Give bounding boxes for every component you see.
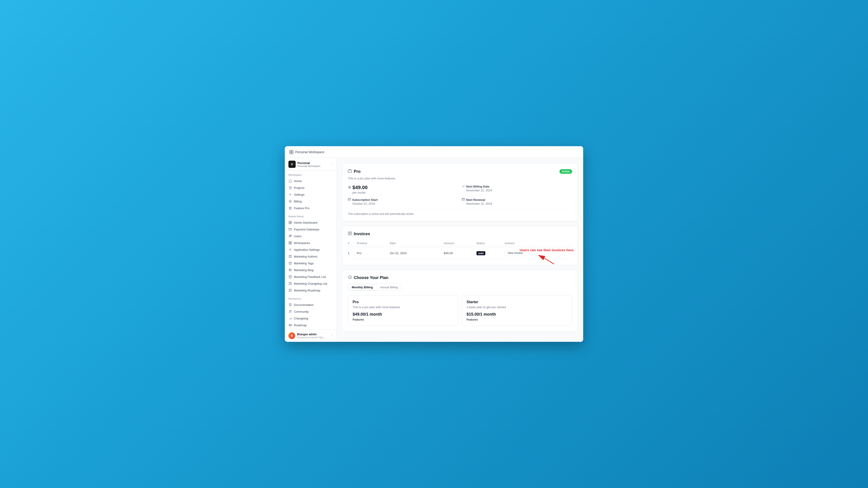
sidebar-item-marketing-blog[interactable]: Marketing Blog [285,267,337,273]
workspace-section-label: Workspace [285,173,337,177]
application-settings-icon [288,248,292,252]
feature-pro-label: Feature Pro [294,206,309,210]
users-label: Users [294,234,302,238]
user-menu[interactable]: B Bhargav admin bhargavponnapalli.5@g...… [285,329,337,342]
svg-rect-23 [289,283,291,285]
svg-rect-11 [290,223,291,224]
starter-plan-option: Starter A basic plan to get you started … [462,295,572,326]
workspace-switcher[interactable]: P Personal Personal Workspace ⌃ [285,158,337,171]
active-badge: Active [559,169,572,174]
roadmap-label: Roadmap [294,324,307,327]
user-email: bhargavponnapalli.5@g... [297,336,329,339]
svg-rect-27 [348,170,352,172]
svg-rect-24 [289,289,291,292]
sidebar-item-roadmap[interactable]: Roadmap [285,322,337,328]
sidebar-item-users[interactable]: Users [285,233,337,239]
annotation-arrow [534,253,556,265]
sidebar-item-settings[interactable]: Settings [285,191,337,198]
invoice-date: Oct 22, 2024 [390,247,444,259]
marketing-changelog-label: Marketing Changelog List [294,282,327,285]
per-month: per month [348,191,458,194]
plan-title: Pro [348,169,361,174]
changelog-label: Changelog [294,317,308,320]
admin-dashboard-icon [288,221,292,224]
svg-point-26 [291,311,291,311]
billing-label: Billing [294,200,302,203]
home-label: Home [294,180,302,183]
sidebar-item-marketing-changelog[interactable]: Marketing Changelog List [285,280,337,287]
sidebar-item-workspaces[interactable]: Workspaces [285,239,337,246]
annual-billing-tab[interactable]: Annual Billing [376,284,401,291]
marketing-tags-label: Marketing Tags [294,262,314,265]
refresh-icon [462,185,465,188]
col-status: Status [476,240,504,247]
main-layout: P Personal Personal Workspace ⌃ Workspac… [285,158,583,342]
choose-plan-icon [348,275,352,280]
col-number: # [348,240,357,247]
admin-section-label: Admin Panel [285,215,337,219]
svg-rect-8 [289,221,290,222]
next-renewal-value: November 22, 2024 [462,202,572,205]
settings-label: Settings [294,193,305,196]
billing-tabs: Monthly Billing Annual Billing [348,284,402,291]
sidebar-item-community[interactable]: Community [285,308,337,315]
application-settings-label: Application Settings [294,248,320,252]
marketing-blog-label: Marketing Blog [294,268,313,272]
invoice-number: 1 [348,247,357,259]
sidebar-item-marketing-tags[interactable]: Marketing Tags [285,260,337,267]
sidebar-item-marketing-feedback[interactable]: Marketing Feedback List [285,273,337,280]
pro-plan-price: $49.00/1 month [352,312,454,317]
invoices-card: Invoices # Product Date Amount Status Ac… [342,226,578,265]
sidebar-item-projects[interactable]: Projects [285,184,337,191]
sidebar-item-application-settings[interactable]: Application Settings [285,246,337,253]
sidebar-item-marketing-roadmap[interactable]: Marketing Roadmap [285,287,337,294]
monthly-billing-tab[interactable]: Monthly Billing [348,284,376,291]
pro-plan-desc: This is a pro plan with more features [352,305,454,309]
user-name: Bhargav admin [297,333,329,336]
svg-rect-12 [289,228,291,230]
header-title: Personal Workspace [295,150,324,154]
col-product: Product [357,240,390,247]
starter-plan-desc: A basic plan to get you started [467,305,567,309]
svg-rect-9 [290,221,291,222]
col-date: Date [390,240,444,247]
svg-point-25 [289,311,290,311]
sidebar-item-marketing-authors[interactable]: Marketing Authors [285,253,337,260]
subscription-start-header: Subscription Start [348,198,458,201]
sidebar: P Personal Personal Workspace ⌃ Workspac… [285,158,337,342]
svg-point-19 [290,249,291,250]
sidebar-item-documentation[interactable]: Documentation [285,301,337,308]
sidebar-item-billing[interactable]: Billing [285,198,337,205]
starter-plan-price: $15.00/1 month [467,312,567,317]
plan-title-icon [348,169,352,174]
sidebar-item-admin-dashboard[interactable]: Admin Dashboard [285,219,337,226]
invoices-title: Invoices [348,231,572,236]
sidebar-item-changelog[interactable]: Changelog [285,315,337,322]
sidebar-item-feature-pro[interactable]: Feature Pro [285,205,337,212]
invoices-icon [348,231,352,236]
workspaces-icon [288,241,292,245]
sidebar-item-payment-gateways[interactable]: Payment Gateways [285,226,337,233]
pro-plan-card: Pro Active This is a pro plan with more … [342,163,578,221]
marketing-feedback-icon [288,275,292,279]
annotation: Users can see their invoices here. [520,248,575,265]
sidebar-item-home[interactable]: Home [285,177,337,184]
user-chevron-icon: ⌃ [331,334,333,337]
next-billing-item: Next Billing Date November 22, 2024 [462,185,572,194]
choose-plan-card: Choose Your Plan Monthly Billing Annual … [342,269,578,332]
pro-plan-features: Features [352,318,454,321]
workspace-sub: Personal Workspace [298,165,329,167]
documentation-label: Documentation [294,303,313,306]
choose-plan-title: Choose Your Plan [348,275,572,280]
starter-plan-features: Features [467,318,567,321]
svg-rect-3 [291,152,293,154]
feature-pro-icon [288,206,292,210]
workspace-section: Workspace Home Projects [285,171,337,213]
svg-rect-10 [289,223,290,224]
invoice-product: Pro [357,247,390,259]
svg-point-14 [291,235,291,236]
marketing-roadmap-icon [288,289,292,292]
invoice-amount: $49.00 [444,247,476,259]
projects-label: Projects [294,186,305,190]
svg-rect-2 [289,152,291,154]
